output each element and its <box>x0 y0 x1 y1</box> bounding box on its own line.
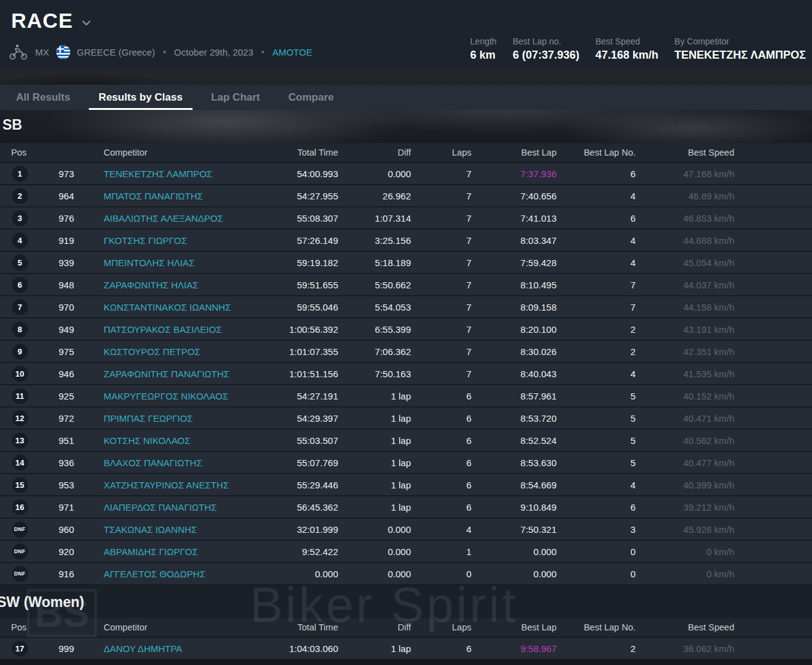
total-time-cell: 55:03.507 <box>246 435 338 446</box>
laps-cell: 7 <box>411 169 471 179</box>
col-header-best-speed: Best Speed <box>636 148 734 157</box>
competitor-link[interactable]: ΜΑΚΡΥΓΕΩΡΓΟΣ ΝΙΚΟΛΑΟΣ <box>104 391 228 401</box>
stat-label: Best Lap no. <box>513 36 579 46</box>
competitor-link[interactable]: ΧΑΤΖΗΣΤΑΥΡΙΝΟΣ ΑΝΕΣΤΗΣ <box>104 480 229 490</box>
laps-cell: 6 <box>411 502 471 512</box>
best-lap-no-cell: 6 <box>557 213 636 224</box>
table-header-row: Pos Competitor Total Time Diff Laps Best… <box>0 618 812 638</box>
table-row[interactable]: 4 919 ΓΚΟΤΣΗΣ ΓΙΩΡΓΟΣ 57:26.149 3:25.156… <box>0 230 812 252</box>
competitor-link[interactable]: ΖΑΡΑΦΩΝΙΤΗΣ ΗΛΙΑΣ <box>104 280 199 290</box>
table-row[interactable]: 8 949 ΠΑΤΣΟΥΡΑΚΟΣ ΒΑΣΙΛΕΙΟΣ 1:00:56.392 … <box>0 319 812 341</box>
competitor-link[interactable]: ΑΓΓΕΛΕΤΟΣ ΘΟΔΩΡΗΣ <box>104 569 205 579</box>
best-lap-cell: 8:09.158 <box>471 302 557 312</box>
diff-cell: 1 lap <box>338 480 411 490</box>
table-row[interactable]: 17 999 ΔΑΝΟΥ ΔΗΜΗΤΡΑ 1:04:03.060 1 lap 6… <box>0 638 812 660</box>
position-badge: DNF <box>12 566 28 582</box>
stat-value: 6 (07:37.936) <box>513 49 579 62</box>
table-row[interactable]: DNF 960 ΤΣΑΚΩΝΑΣ ΙΩΑΝΝΗΣ 32:01.999 0.000… <box>0 519 812 541</box>
table-row[interactable]: 2 964 ΜΠΑΤΟΣ ΠΑΝΑΓΙΏΤΗΣ 54:27.955 26.962… <box>0 185 812 207</box>
diff-cell: 26.962 <box>338 191 411 201</box>
stat-label: By Competitor <box>674 36 806 46</box>
table-row[interactable]: 1 973 ΤΕΝΕΚΕΤΖΗΣ ΛΑΜΠΡΟΣ 54:00.993 0.000… <box>0 163 812 185</box>
tab-all-results[interactable]: All Results <box>6 85 80 110</box>
table-row[interactable]: 15 953 ΧΑΤΖΗΣΤΑΥΡΙΝΟΣ ΑΝΕΣΤΗΣ 55:29.446 … <box>0 474 812 496</box>
competitor-link[interactable]: ΠΑΤΣΟΥΡΑΚΟΣ ΒΑΣΙΛΕΙΟΣ <box>104 324 222 335</box>
competitor-number: 939 <box>39 257 74 268</box>
diff-cell: 0.000 <box>338 546 411 557</box>
table-row[interactable]: 5 939 ΜΠΕΙΝΤΟΛΗΣ ΗΛΙΑΣ 59:19.182 5:18.18… <box>0 252 812 274</box>
best-lap-cell: 0.000 <box>471 546 557 557</box>
competitor-link[interactable]: ΔΑΝΟΥ ΔΗΜΗΤΡΑ <box>104 643 182 654</box>
laps-cell: 7 <box>411 369 471 379</box>
competitor-link[interactable]: ΛΙΑΠΕΡΔΟΣ ΠΑΝΑΓΙΩΤΗΣ <box>104 502 217 512</box>
diff-cell: 1 lap <box>338 458 411 468</box>
total-time-cell: 55:08.307 <box>246 213 338 224</box>
competitor-link[interactable]: ΑΒΡΑΜΙΔΗΣ ΓΙΩΡΓΟΣ <box>104 546 198 557</box>
laps-cell: 0 <box>411 569 471 579</box>
best-lap-cell: 8:54.669 <box>471 480 557 490</box>
competitor-link[interactable]: ΤΕΝΕΚΕΤΖΗΣ ΛΑΜΠΡΟΣ <box>104 169 212 179</box>
table-row[interactable]: 7 970 ΚΩΝΣΤΑΝΤΙΝΑΚΟΣ ΙΩΑΝΝΗΣ 59:55.046 5… <box>0 296 812 319</box>
chevron-down-icon[interactable] <box>81 17 91 28</box>
best-lap-no-cell: 3 <box>557 524 636 535</box>
best-speed-cell: 47.168 km/h <box>636 169 734 179</box>
table-row[interactable]: 6 948 ΖΑΡΑΦΩΝΙΤΗΣ ΗΛΙΑΣ 59:51.655 5:50.6… <box>0 274 812 296</box>
col-header-best-lap: Best Lap <box>471 622 557 632</box>
best-speed-cell: 0 km/h <box>636 569 734 579</box>
best-lap-no-cell: 5 <box>557 458 636 468</box>
table-row[interactable]: 10 946 ΖΑΡΑΦΩΝΙΤΗΣ ΠΑΝΑΓΙΩΤΗΣ 1:01:51.15… <box>0 363 812 385</box>
best-lap-cell: 8:52.524 <box>471 435 557 446</box>
table-row[interactable]: 11 925 ΜΑΚΡΥΓΕΩΡΓΟΣ ΝΙΚΟΛΑΟΣ 54:27.191 1… <box>0 385 812 408</box>
competitor-link[interactable]: ΠΡΙΜΠΑΣ ΓΕΩΡΓΙΟΣ <box>104 413 193 424</box>
competitor-link[interactable]: ΚΩΣΤΟΥΡΟΣ ΠΕΤΡΟΣ <box>104 346 201 357</box>
laps-cell: 7 <box>411 346 471 357</box>
best-speed-cell: 43.191 km/h <box>636 324 734 335</box>
stat-label: Best Speed <box>595 36 658 46</box>
diff-cell: 6:55.399 <box>338 324 411 335</box>
competitor-link[interactable]: ΒΛΑΧΟΣ ΠΑΝΑΓΙΩΤΗΣ <box>104 458 202 468</box>
competitor-link[interactable]: ΓΚΟΤΣΗΣ ΓΙΩΡΓΟΣ <box>104 235 187 246</box>
competitor-link[interactable]: ΑΙΒΑΛΙΩΤΗΣ ΑΛΕΞΑΝΔΡΟΣ <box>104 213 223 224</box>
competitor-link[interactable]: ΤΣΑΚΩΝΑΣ ΙΩΑΝΝΗΣ <box>104 524 197 535</box>
laps-cell: 7 <box>411 324 471 335</box>
best-lap-no-cell: 5 <box>557 413 636 424</box>
table-row[interactable]: 13 951 ΚΟΤΣΗΣ ΝΙΚΟΛΑΟΣ 55:03.507 1 lap 6… <box>0 430 812 452</box>
tab-lap-chart[interactable]: Lap Chart <box>201 85 270 110</box>
diff-cell: 0.000 <box>338 569 411 579</box>
table-row[interactable]: DNF 920 ΑΒΡΑΜΙΔΗΣ ΓΙΩΡΓΟΣ 9:52.422 0.000… <box>0 541 812 563</box>
diff-cell: 1:07.314 <box>338 213 411 224</box>
tab-results-by-class[interactable]: Results by Class <box>89 85 193 110</box>
best-lap-cell: 9:58.967 <box>471 643 557 654</box>
best-lap-no-cell: 5 <box>557 435 636 446</box>
table-row[interactable]: 12 972 ΠΡΙΜΠΑΣ ΓΕΩΡΓΙΟΣ 54:29.397 1 lap … <box>0 408 812 430</box>
diff-cell: 5:50.662 <box>338 280 411 290</box>
table-row[interactable]: 16 971 ΛΙΑΠΕΡΔΟΣ ΠΑΝΑΓΙΩΤΗΣ 56:45.362 1 … <box>0 496 812 519</box>
class-title-sb: SB <box>2 117 22 133</box>
best-lap-cell: 7:41.013 <box>471 213 557 224</box>
competitor-link[interactable]: ΚΩΝΣΤΑΝΤΙΝΑΚΟΣ ΙΩΑΝΝΗΣ <box>104 302 231 312</box>
table-row[interactable]: 3 976 ΑΙΒΑΛΙΩΤΗΣ ΑΛΕΞΑΝΔΡΟΣ 55:08.307 1:… <box>0 207 812 230</box>
competitor-link[interactable]: ΜΠΕΙΝΤΟΛΗΣ ΗΛΙΑΣ <box>104 257 194 268</box>
position-badge: 7 <box>12 299 28 316</box>
class-title-sw: SW (Women) <box>0 585 812 618</box>
best-speed-cell: 40.399 km/h <box>636 480 734 490</box>
competitor-link[interactable]: ΚΟΤΣΗΣ ΝΙΚΟΛΑΟΣ <box>104 435 191 446</box>
best-lap-no-cell: 2 <box>557 346 636 357</box>
table-row[interactable]: DNF 916 ΑΓΓΕΛΕΤΟΣ ΘΟΔΩΡΗΣ 0.000 0.000 0 … <box>0 563 812 585</box>
organizer-link[interactable]: AMOTOE <box>272 47 312 57</box>
table-row[interactable]: 9 975 ΚΩΣΤΟΥΡΟΣ ΠΕΤΡΟΣ 1:01:07.355 7:06.… <box>0 341 812 363</box>
competitor-link[interactable]: ΖΑΡΑΦΩΝΙΤΗΣ ΠΑΝΑΓΙΩΤΗΣ <box>104 369 230 379</box>
competitor-link[interactable]: ΜΠΑΤΟΣ ΠΑΝΑΓΙΏΤΗΣ <box>104 191 203 201</box>
page-header: RACE MX <box>0 0 812 68</box>
position-badge: DNF <box>12 543 28 560</box>
tab-compare[interactable]: Compare <box>278 85 344 110</box>
table-row[interactable]: 14 936 ΒΛΑΧΟΣ ΠΑΝΑΓΙΩΤΗΣ 55:07.769 1 lap… <box>0 452 812 474</box>
competitor-number: 916 <box>39 569 74 579</box>
separator-dot: • <box>260 47 266 57</box>
best-lap-no-cell: 7 <box>557 302 636 312</box>
total-time-cell: 1:01:51.156 <box>246 369 338 379</box>
diff-cell: 7:50.163 <box>338 369 411 379</box>
col-header-best-speed: Best Speed <box>636 622 734 632</box>
competitor-number: 960 <box>39 524 74 535</box>
best-lap-no-cell: 4 <box>557 235 636 246</box>
